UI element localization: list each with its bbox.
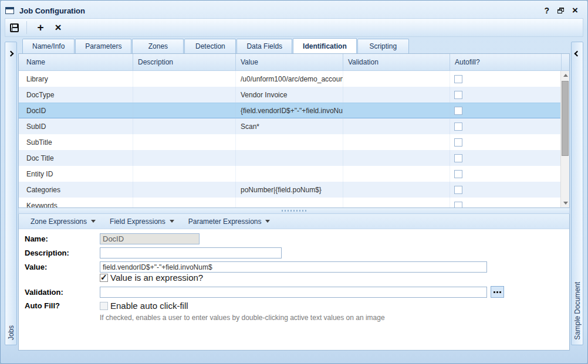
cell-description bbox=[133, 182, 236, 198]
cell-value: poNumber|{field.poNum$} bbox=[236, 182, 343, 198]
cell-validation bbox=[343, 118, 450, 134]
cell-autofill bbox=[450, 134, 560, 150]
cell-description bbox=[133, 198, 236, 207]
autofill-label: Auto Fill? bbox=[25, 301, 100, 310]
titlebar[interactable]: Job Configuration ? × bbox=[5, 4, 583, 18]
vertical-scrollbar[interactable] bbox=[560, 71, 569, 207]
autofill-row-checkbox[interactable] bbox=[454, 91, 462, 99]
autofill-row-checkbox[interactable] bbox=[454, 138, 462, 147]
cell-autofill bbox=[450, 87, 560, 103]
tab-detection[interactable]: Detection bbox=[184, 39, 236, 53]
chevron-right-icon bbox=[8, 51, 14, 57]
tab-zones[interactable]: Zones bbox=[132, 39, 184, 53]
autofill-row-checkbox[interactable] bbox=[454, 154, 462, 162]
menu-zone-expressions[interactable]: Zone Expressions bbox=[25, 215, 102, 228]
cell-validation bbox=[343, 150, 450, 166]
cell-validation bbox=[343, 198, 450, 207]
tab-strip: Name/InfoParametersZonesDetectionData Fi… bbox=[18, 37, 570, 53]
cell-name: Entity ID bbox=[19, 166, 133, 182]
table-row-docid[interactable]: DocID{field.vendorID$+"-"+field.invoNu bbox=[19, 103, 560, 118]
autofill-row-checkbox[interactable] bbox=[454, 75, 462, 83]
table-row-keywords[interactable]: Keywords bbox=[19, 198, 560, 207]
cell-name: SubID bbox=[19, 118, 133, 134]
right-dock-label: Sample Document bbox=[573, 282, 582, 340]
table-row-entity-id[interactable]: Entity ID bbox=[19, 166, 560, 182]
identification-table: NameDescriptionValueValidationAutofill? … bbox=[18, 53, 570, 208]
cell-value bbox=[236, 166, 343, 182]
cell-autofill bbox=[450, 103, 560, 118]
menu-label: Field Expressions bbox=[110, 217, 165, 226]
menu-parameter-expressions[interactable]: Parameter Expressions bbox=[183, 215, 276, 228]
scrollbar-thumb[interactable] bbox=[562, 81, 569, 156]
splitter-handle[interactable] bbox=[18, 208, 570, 214]
scroll-up-arrow[interactable] bbox=[561, 71, 570, 80]
identifier-form: Name: Description: Value: Value is an ex… bbox=[19, 229, 569, 350]
column-header-validation[interactable]: Validation bbox=[343, 54, 450, 70]
tab-identification[interactable]: Identification bbox=[293, 38, 357, 53]
cell-description bbox=[133, 150, 236, 166]
content-area: Jobs Name/InfoParametersZonesDetectionDa… bbox=[5, 37, 583, 351]
tab-parameters[interactable]: Parameters bbox=[75, 39, 131, 53]
left-dock-jobs[interactable]: Jobs bbox=[5, 42, 17, 345]
cell-validation bbox=[343, 103, 450, 118]
validation-input[interactable] bbox=[100, 287, 487, 298]
table-row-doc-title[interactable]: Doc Title bbox=[19, 150, 560, 166]
cell-name: DocType bbox=[19, 87, 133, 103]
close-button[interactable]: × bbox=[572, 6, 578, 15]
save-button[interactable] bbox=[5, 20, 23, 35]
value-expression-checkbox[interactable] bbox=[100, 274, 108, 282]
table-row-subid[interactable]: SubIDScan* bbox=[19, 118, 560, 134]
name-label: Name: bbox=[25, 234, 100, 243]
cell-autofill bbox=[450, 198, 560, 207]
tab-scripting[interactable]: Scripting bbox=[357, 39, 409, 53]
add-button[interactable]: + bbox=[32, 20, 49, 35]
table-row-subtitle[interactable]: SubTitle bbox=[19, 134, 560, 150]
cell-autofill bbox=[450, 150, 560, 166]
table-row-library[interactable]: Library/u0/unform100/arc/demo_accoun bbox=[19, 71, 560, 87]
table-row-doctype[interactable]: DocTypeVendor Invoice bbox=[19, 87, 560, 103]
tab-name-info[interactable]: Name/Info bbox=[22, 39, 75, 53]
cell-autofill bbox=[450, 166, 560, 182]
autofill-row-checkbox[interactable] bbox=[454, 107, 462, 115]
table-body: Library/u0/unform100/arc/demo_accounDocT… bbox=[19, 71, 560, 207]
column-header-value[interactable]: Value bbox=[236, 54, 343, 70]
toolbar-separator bbox=[26, 21, 27, 34]
chevron-left-icon bbox=[575, 51, 580, 57]
window-title: Job Configuration bbox=[19, 6, 85, 15]
delete-button[interactable]: × bbox=[49, 20, 67, 35]
autofill-row-checkbox[interactable] bbox=[454, 123, 462, 131]
cell-name: Keywords bbox=[19, 198, 133, 207]
column-header-name[interactable]: Name bbox=[19, 54, 133, 70]
value-input[interactable] bbox=[100, 261, 487, 273]
cell-validation bbox=[343, 182, 450, 198]
restore-icon[interactable] bbox=[557, 8, 564, 13]
cell-name: Library bbox=[19, 71, 133, 87]
window-icon bbox=[5, 7, 14, 14]
save-icon bbox=[10, 23, 19, 32]
menu-label: Parameter Expressions bbox=[188, 217, 262, 226]
description-input[interactable] bbox=[100, 247, 282, 258]
autofill-row-checkbox[interactable] bbox=[454, 202, 462, 208]
scroll-down-arrow[interactable] bbox=[561, 199, 570, 207]
autofill-checkbox[interactable] bbox=[100, 302, 108, 310]
autofill-row-checkbox[interactable] bbox=[454, 186, 462, 194]
column-header-autofill[interactable]: Autofill? bbox=[450, 54, 562, 70]
cell-validation bbox=[343, 134, 450, 150]
right-dock-sample-document[interactable]: Sample Document bbox=[571, 42, 583, 345]
help-button[interactable]: ? bbox=[545, 6, 550, 15]
cell-name: DocID bbox=[19, 103, 133, 118]
job-configuration-window: Job Configuration ? × + × Jobs Name/Info… bbox=[0, 0, 588, 364]
autofill-row-checkbox[interactable] bbox=[454, 170, 462, 178]
validation-browse-button[interactable] bbox=[491, 286, 504, 298]
column-header-description[interactable]: Description bbox=[133, 54, 236, 70]
menu-field-expressions[interactable]: Field Expressions bbox=[104, 215, 180, 228]
chevron-down-icon bbox=[91, 220, 96, 223]
name-input[interactable] bbox=[100, 233, 200, 244]
cell-description bbox=[133, 166, 236, 182]
left-dock-label: Jobs bbox=[7, 325, 15, 340]
cell-validation bbox=[343, 166, 450, 182]
window-bottom-frame bbox=[1, 359, 587, 363]
table-row-categories[interactable]: CategoriespoNumber|{field.poNum$} bbox=[19, 182, 560, 198]
tab-data-fields[interactable]: Data Fields bbox=[236, 39, 292, 53]
cell-value: {field.vendorID$+"-"+field.invoNu bbox=[236, 103, 343, 118]
